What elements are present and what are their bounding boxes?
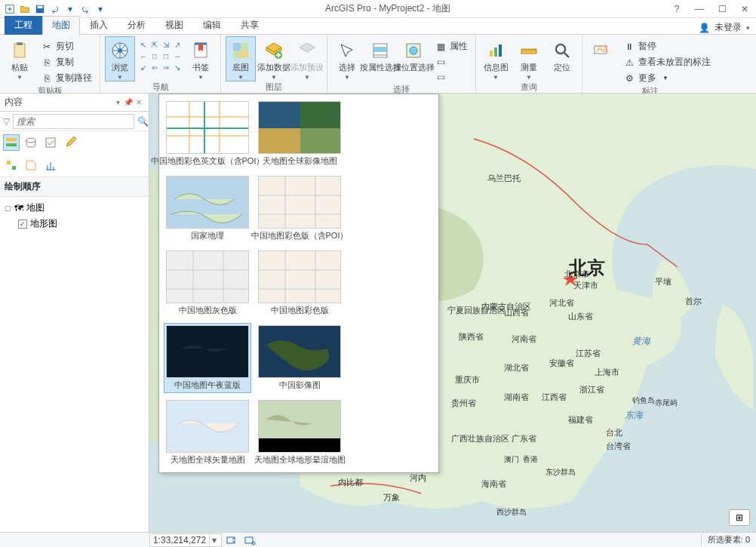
basemap-item[interactable]: 中国地图彩色英文版（含POI） [164,99,251,169]
toc-layer-item[interactable]: ✓ 地形图 [5,216,144,232]
basemap-item[interactable]: 中国影像图 [256,323,343,393]
measure-button[interactable]: 测量▼ [514,36,544,81]
clear-sel-button[interactable]: ▭ [432,55,471,69]
more-label-button[interactable]: ⚙更多▼ [620,71,714,85]
toc-draw-order-icon[interactable] [3,134,20,151]
map-label: 西沙群岛 [496,507,527,518]
basemap-item[interactable]: 中国地图彩色版（含POI） [256,174,343,244]
svg-rect-39 [259,251,341,303]
filter-icon[interactable]: ▽ [3,116,10,127]
undo-dropdown-icon[interactable]: ▾ [63,2,77,16]
view-unplaced-button[interactable]: ⚠查看未放置的标注 [620,55,714,69]
tab-view[interactable]: 视图 [155,16,193,35]
toc-snap-icon[interactable] [3,157,20,174]
maximize-button[interactable]: ☐ [711,1,733,17]
basemap-label: 中国影像图 [279,378,321,391]
basemap-label: 中国地图彩色版 [271,303,329,316]
basemap-label: 天地图全球影像地图 [263,154,337,167]
toc-edit-icon[interactable] [62,134,78,151]
copy-button[interactable]: ⎘复制 [38,55,95,69]
select-button[interactable]: 选择▼ [332,36,362,81]
basemap-button[interactable]: 底图▼ [226,36,256,81]
group-navigate: 浏览▼ ↖⇱⇲↗ ←□□→ ↙⇐⇒↘ 书签▼ 导航 [100,35,221,93]
dropdown-icon[interactable]: ▾ [112,98,123,106]
map-label: 广东省 [512,433,536,444]
tab-analysis[interactable]: 分析 [118,16,155,35]
map-label: 赤尾屿 [655,398,678,408]
workspace: 内容 ▾ 📌 ✕ ▽ 🔍 ▾ 绘制顺序 ▢ 🗺 地图 [0,94,756,532]
tab-insert[interactable]: 插入 [80,16,118,35]
svg-rect-9 [241,51,248,58]
basemap-item[interactable]: 天地图全球影像地图 [256,99,343,169]
map-label: 山东省 [568,311,593,322]
svg-rect-35 [300,128,341,154]
basemap-label: 天地图全球矢量地图 [171,453,245,466]
paste-button[interactable]: 粘贴▼ [5,36,35,81]
layer-checkbox[interactable]: ✓ [18,220,27,229]
user-icon[interactable]: 👤 [699,23,710,33]
basemap-label: 中国地图彩色英文版（含POI） [151,154,265,167]
toc-label-icon[interactable] [23,157,39,174]
search-icon[interactable]: 🔍 [137,116,149,127]
redo-dropdown-icon[interactable]: ▾ [94,2,107,16]
explore-button[interactable]: 浏览▼ [105,36,135,81]
toc-source-icon[interactable] [23,134,39,151]
map-view[interactable]: 乌兰巴托北京北京市天津市平壤首尔内蒙古自治区河北省宁夏回族自治区山西省山东省陕西… [149,94,756,532]
select-byattr-button[interactable]: 按属性选择 [365,36,395,72]
map-label: 澳门 [504,454,519,465]
new-project-icon[interactable] [3,2,17,16]
label-toggle-button[interactable]: Aa [587,36,617,62]
bookmarks-button[interactable]: 书签▼ [186,36,216,81]
scale-input[interactable]: 1:33,214,272 ▾ [149,533,222,547]
tab-share[interactable]: 共享 [231,16,269,35]
minimize-button[interactable]: — [688,1,711,17]
map-label: 安徽省 [549,358,574,369]
pause-label-button[interactable]: ⏸暂停 [620,39,714,54]
redo-icon[interactable] [78,2,92,16]
scale-dropdown-icon[interactable]: ▾ [209,535,218,545]
help-button[interactable]: ? [665,1,688,17]
save-icon[interactable] [33,2,47,16]
basemap-item[interactable]: 中国地图午夜蓝版 [164,323,251,393]
snap-toggle-icon[interactable]: ⊞ [729,509,750,526]
adddata-button[interactable]: 添加数据▼ [259,36,289,81]
basemap-gallery: 中国地图彩色英文版（含POI）天地图全球影像地图国家地理中国地图彩色版（含POI… [158,94,439,473]
pin-icon[interactable]: 📌 [123,98,134,106]
toc-map-item[interactable]: ▢ 🗺 地图 [5,200,144,216]
toc-selection-icon[interactable] [42,134,59,151]
tab-project[interactable]: 工程 [5,16,42,35]
attrs-button[interactable]: ▦属性 [432,39,471,54]
close-button[interactable]: ✕ [733,1,756,17]
select-byloc-button[interactable]: 按位置选择 [398,36,429,72]
map-label: 重庆市 [455,374,480,386]
copypath-button[interactable]: ⎘复制路径 [38,71,95,85]
basemap-item[interactable]: 国家地理 [164,174,251,244]
login-status[interactable]: 未登录 [715,21,742,34]
map-label: 上海市 [595,367,619,378]
nav-arrow-grid[interactable]: ↖⇱⇲↗ ←□□→ ↙⇐⇒↘ [138,36,183,72]
copypath-icon: ⎘ [41,72,53,85]
toggle-sel-button[interactable]: ▭ [432,70,471,84]
scale-tool-2-icon[interactable] [241,533,258,547]
scale-tool-1-icon[interactable] [223,533,240,547]
tab-map[interactable]: 地图 [42,16,80,35]
map-label: 湖北省 [504,362,529,373]
basemap-label: 国家地理 [191,229,224,241]
basemap-item[interactable]: 天地图全球地形晕渲地图 [256,398,343,468]
open-project-icon[interactable] [18,2,32,16]
locate-button[interactable]: 定位 [547,36,577,72]
basemap-item[interactable]: 中国地图灰色版 [164,248,251,318]
map-label: 河内 [410,472,426,484]
basemap-item[interactable]: 中国地图彩色版 [256,248,343,318]
toc-chart-icon[interactable] [42,157,59,174]
cut-button[interactable]: ✂剪切 [38,39,95,54]
svg-rect-3 [14,44,25,57]
undo-icon[interactable] [48,2,62,16]
search-input[interactable] [13,114,134,129]
tab-edit[interactable]: 编辑 [193,16,231,35]
close-pane-icon[interactable]: ✕ [134,98,144,106]
basemap-item[interactable]: 天地图全球矢量地图 [164,398,251,468]
map-frame-icon: 🗺 [14,203,23,214]
infographic-button[interactable]: 信息图▼ [481,36,511,81]
map-label: 台湾省 [606,441,631,452]
